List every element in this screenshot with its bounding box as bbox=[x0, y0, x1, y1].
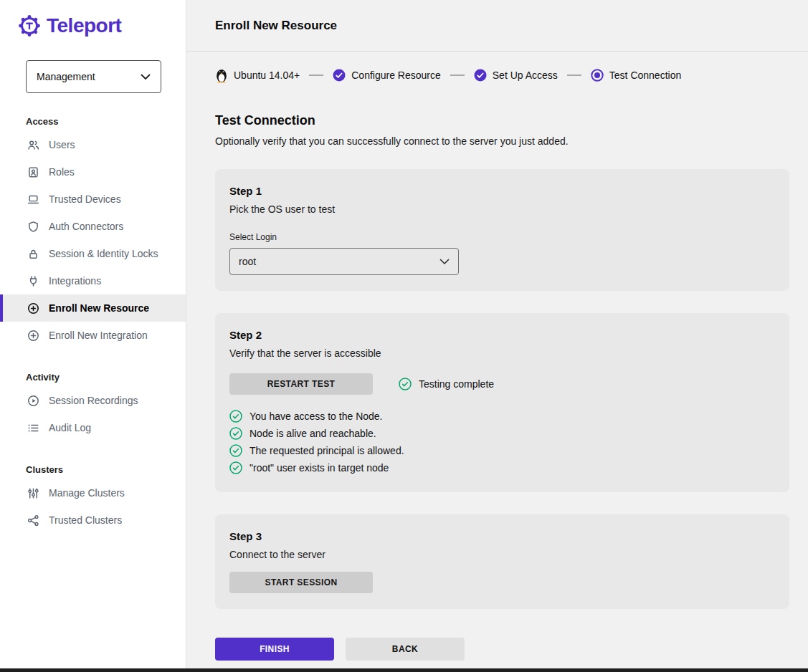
stepper-step-label: Set Up Access bbox=[493, 69, 558, 81]
section-title-activity: Activity bbox=[0, 372, 186, 383]
sidebar-item-enroll-new-integration[interactable]: Enroll New Integration bbox=[0, 322, 186, 349]
start-session-button[interactable]: START SESSION bbox=[229, 572, 373, 593]
logo-text: Teleport bbox=[47, 14, 121, 37]
check-item-label: You have access to the Node. bbox=[249, 411, 383, 422]
check-item-label: The requested principal is allowed. bbox=[249, 445, 404, 456]
management-dropdown-value: Management bbox=[37, 71, 95, 82]
success-check-icon bbox=[229, 410, 242, 423]
sidebar-item-label: Auth Connectors bbox=[49, 221, 123, 232]
teleport-logo-icon bbox=[19, 15, 40, 37]
sidebar-item-audit-log[interactable]: Audit Log bbox=[0, 414, 186, 441]
restart-test-button[interactable]: RESTART TEST bbox=[229, 373, 373, 395]
sidebar-item-trusted-clusters[interactable]: Trusted Clusters bbox=[0, 507, 186, 534]
resource-os: Ubuntu 14.04+ bbox=[215, 67, 300, 83]
step2-description: Verify that the server is accessible bbox=[229, 347, 775, 359]
shield-icon bbox=[27, 221, 39, 233]
content: Ubuntu 14.04+ Configure Resource Set Up … bbox=[186, 52, 808, 661]
users-icon bbox=[27, 139, 39, 151]
page-header-title: Enroll New Resource bbox=[215, 19, 337, 33]
check-circle-icon bbox=[474, 69, 487, 82]
resource-os-label: Ubuntu 14.04+ bbox=[234, 69, 300, 81]
main-header: Enroll New Resource bbox=[186, 0, 808, 52]
sidebar-item-label: Integrations bbox=[49, 275, 101, 287]
chevron-down-icon bbox=[141, 74, 151, 80]
plug-icon bbox=[27, 275, 39, 287]
success-check-icon bbox=[229, 427, 242, 440]
current-step-icon bbox=[591, 69, 604, 82]
sidebar-item-enroll-new-resource[interactable]: Enroll New Resource bbox=[0, 294, 186, 322]
check-item: Node is alive and reachable. bbox=[229, 425, 775, 442]
plus-circle-icon bbox=[27, 302, 39, 315]
stepper-step-configure-resource: Configure Resource bbox=[333, 69, 441, 82]
chevron-down-icon bbox=[439, 259, 450, 265]
login-select-value: root bbox=[239, 256, 256, 267]
step1-card: Step 1 Pick the OS user to test Select L… bbox=[215, 169, 789, 291]
success-check-icon bbox=[229, 461, 242, 474]
page-title: Test Connection bbox=[215, 113, 789, 128]
linux-penguin-icon bbox=[215, 67, 228, 83]
login-select[interactable]: root bbox=[229, 248, 459, 275]
check-item: The requested principal is allowed. bbox=[229, 442, 775, 459]
step2-card: Step 2 Verify that the server is accessi… bbox=[215, 313, 789, 492]
sidebar-item-auth-connectors[interactable]: Auth Connectors bbox=[0, 213, 186, 240]
enroll-stepper: Ubuntu 14.04+ Configure Resource Set Up … bbox=[215, 67, 789, 83]
laptop-icon bbox=[27, 193, 39, 206]
sidebar-item-roles[interactable]: Roles bbox=[0, 158, 186, 186]
sidebar-item-label: Roles bbox=[49, 166, 75, 178]
sidebar-item-trusted-devices[interactable]: Trusted Devices bbox=[0, 186, 186, 213]
lock-icon bbox=[27, 248, 39, 260]
sidebar-item-manage-clusters[interactable]: Manage Clusters bbox=[0, 479, 186, 507]
finish-button[interactable]: FINISH bbox=[215, 638, 334, 661]
sidebar-item-session-recordings[interactable]: Session Recordings bbox=[0, 387, 186, 414]
step3-card: Step 3 Connect to the server START SESSI… bbox=[215, 514, 789, 609]
sidebar-item-label: Trusted Clusters bbox=[49, 514, 122, 526]
sidebar-item-users[interactable]: Users bbox=[0, 131, 186, 158]
sidebar-item-label: Session Recordings bbox=[49, 395, 138, 406]
sidebar-item-integrations[interactable]: Integrations bbox=[0, 267, 186, 294]
check-item: "root" user exists in target node bbox=[229, 459, 775, 476]
sidebar-item-label: Enroll New Resource bbox=[49, 302, 149, 314]
success-check-icon bbox=[399, 378, 412, 390]
back-button[interactable]: BACK bbox=[346, 638, 465, 661]
success-check-icon bbox=[229, 444, 242, 457]
wizard-footer: FINISH BACK bbox=[215, 638, 789, 661]
play-circle-icon bbox=[27, 395, 39, 407]
access-nav: Users Roles Trusted Devices Auth Connect… bbox=[0, 131, 186, 349]
step1-description: Pick the OS user to test bbox=[229, 203, 775, 215]
step2-title: Step 2 bbox=[229, 329, 775, 341]
sidebar-item-label: Manage Clusters bbox=[49, 487, 125, 499]
management-dropdown[interactable]: Management bbox=[26, 60, 161, 93]
section-title-access: Access bbox=[0, 116, 186, 127]
check-item: You have access to the Node. bbox=[229, 408, 775, 425]
page-subtitle: Optionally verify that you can successfu… bbox=[215, 135, 789, 147]
step3-description: Connect to the server bbox=[229, 549, 775, 560]
section-title-clusters: Clusters bbox=[0, 464, 186, 475]
sidebar-item-session-identity-locks[interactable]: Session & Identity Locks bbox=[0, 240, 186, 267]
stepper-step-label: Configure Resource bbox=[351, 69, 441, 81]
testing-status: Testing complete bbox=[399, 378, 494, 390]
sidebar-item-label: Trusted Devices bbox=[49, 193, 121, 205]
check-circle-icon bbox=[333, 69, 346, 82]
sliders-icon bbox=[27, 487, 39, 499]
sidebar-item-label: Enroll New Integration bbox=[49, 330, 148, 341]
step1-title: Step 1 bbox=[229, 185, 775, 197]
select-login-label: Select Login bbox=[229, 232, 775, 242]
sidebar-item-label: Users bbox=[49, 139, 75, 150]
bottom-edge-bar bbox=[0, 668, 808, 672]
teleport-logo[interactable]: Teleport bbox=[0, 0, 186, 37]
list-icon bbox=[27, 422, 39, 434]
testing-status-label: Testing complete bbox=[419, 378, 494, 390]
stepper-step-test-connection: Test Connection bbox=[591, 69, 681, 82]
activity-nav: Session Recordings Audit Log bbox=[0, 387, 186, 441]
stepper-step-label: Test Connection bbox=[609, 69, 681, 81]
step3-title: Step 3 bbox=[229, 530, 775, 542]
check-list: You have access to the Node. Node is ali… bbox=[229, 408, 775, 476]
id-badge-icon bbox=[27, 166, 39, 178]
sidebar-item-label: Session & Identity Locks bbox=[49, 248, 158, 259]
plus-circle-icon bbox=[27, 330, 39, 342]
check-item-label: Node is alive and reachable. bbox=[249, 428, 376, 439]
network-icon bbox=[27, 514, 39, 527]
clusters-nav: Manage Clusters Trusted Clusters bbox=[0, 479, 186, 534]
sidebar: Teleport Management Access Users Roles T… bbox=[0, 0, 186, 672]
stepper-step-set-up-access: Set Up Access bbox=[474, 69, 558, 82]
